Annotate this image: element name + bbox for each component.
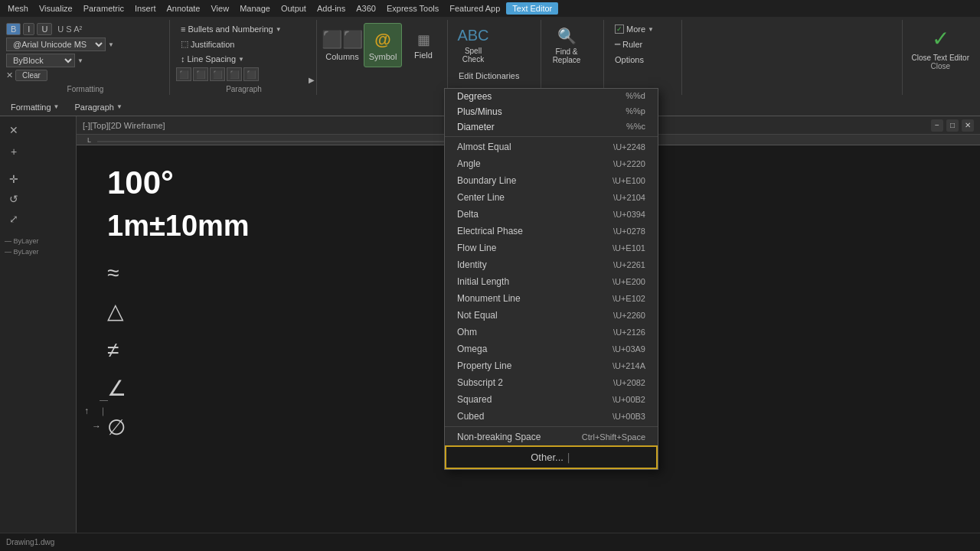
scale-icon[interactable]: ⤢ xyxy=(5,210,23,228)
ribbon-spacer xyxy=(684,20,900,95)
menu-manage[interactable]: Manage xyxy=(235,2,275,15)
omega-item[interactable]: Omega \U+03A9 xyxy=(445,341,658,357)
delta-name: Delta xyxy=(457,209,479,220)
columns-button[interactable]: ⬛⬛ Columns xyxy=(323,23,361,67)
font-color-select[interactable]: ByBlock xyxy=(6,54,75,67)
formatting-bottom-btn[interactable]: Formatting ▼ xyxy=(6,101,64,113)
menu-mesh[interactable]: Mesh xyxy=(3,2,33,15)
bullets-numbering-button[interactable]: ≡ Bullets and Numbering ▼ xyxy=(176,23,312,35)
align-justify-button[interactable]: ⬛ xyxy=(227,67,242,81)
align-distribute-button[interactable]: ⬛ xyxy=(243,67,259,81)
close-left-icon[interactable]: ✕ xyxy=(5,121,23,139)
subscript2-item[interactable]: Subscript 2 \U+2082 xyxy=(445,374,658,391)
initial-length-item[interactable]: Initial Length \U+E200 xyxy=(445,273,658,290)
text-editor-tab-btn[interactable]: Text Editor xyxy=(506,2,558,15)
delta-item[interactable]: Delta \U+0394 xyxy=(445,206,658,223)
menu-annotate[interactable]: Annotate xyxy=(162,2,204,15)
find-replace-button[interactable]: 🔍 Find & Replace xyxy=(547,23,586,67)
not-equal-item[interactable]: Not Equal \U+2260 xyxy=(445,307,658,324)
menu-bar: Mesh Visualize Parametric Insert Annotat… xyxy=(0,0,980,17)
field-button[interactable]: ▦ Field xyxy=(404,23,443,67)
symbol-button[interactable]: @ Symbol xyxy=(364,23,402,67)
symbol-label: Symbol xyxy=(369,52,397,61)
menu-featured-app[interactable]: Featured App xyxy=(445,2,505,15)
bullets-icon: ≡ xyxy=(181,24,185,34)
clear-button[interactable]: Clear xyxy=(15,70,47,81)
add-tab-icon[interactable]: + xyxy=(5,142,23,161)
line-spacing-button[interactable]: ↕ Line Spacing ▼ xyxy=(176,53,312,65)
bold-button[interactable]: B xyxy=(6,23,21,35)
spell-icon-row: ABC Spell Check xyxy=(454,23,536,67)
identity-item[interactable]: Identity \U+2261 xyxy=(445,256,658,273)
left-panel: ✕ + ✛ ↺ ⤢ — ByLayer — ByLayer unicode MS… xyxy=(0,116,77,545)
nonbreaking-code: Ctrl+Shift+Space xyxy=(582,432,645,442)
electrical-phase-item[interactable]: Electrical Phase \U+0278 xyxy=(445,223,658,240)
italic-button[interactable]: I xyxy=(23,23,34,35)
center-line-item[interactable]: Center Line \U+2104 xyxy=(445,189,658,206)
align-left-button[interactable]: ⬛ xyxy=(176,67,191,81)
justification-button[interactable]: ⬚ Justification xyxy=(176,37,312,51)
other-button[interactable]: Other... │ xyxy=(445,445,658,469)
format-row-1: B I U U S A² xyxy=(6,23,165,35)
paragraph-expand[interactable]: ▶ xyxy=(309,76,315,84)
y-axis: — xyxy=(100,407,109,416)
spacing-arrow: ▼ xyxy=(238,56,244,63)
status-bar: Drawing1.dwg xyxy=(0,533,980,551)
paragraph-bottom-btn[interactable]: Paragraph ▼ xyxy=(70,101,127,113)
menu-visualize[interactable]: Visualize xyxy=(34,2,77,15)
ohm-item[interactable]: Ohm \U+2126 xyxy=(445,324,658,341)
more-button[interactable]: ✓ More ▼ xyxy=(610,23,677,35)
diameter-name: Diameter xyxy=(457,122,495,132)
ribbon: B I U U S A² @Arial Unicode MS ▼ ByBlock… xyxy=(0,17,980,98)
menu-a360[interactable]: A360 xyxy=(351,2,381,15)
menu-express-tools[interactable]: Express Tools xyxy=(382,2,443,15)
canvas-close-btn[interactable]: ✕ xyxy=(962,119,974,132)
plusminus-code: %%p xyxy=(626,106,645,117)
plusminus-item[interactable]: Plus/Minus %%p xyxy=(445,104,658,119)
menu-parametric[interactable]: Parametric xyxy=(79,2,129,15)
formatting-content: B I U U S A² @Arial Unicode MS ▼ ByBlock… xyxy=(6,23,165,83)
move-icon[interactable]: ✛ xyxy=(5,170,23,188)
close-checkmark-icon: ✓ xyxy=(932,26,949,51)
clear-label: ✕ xyxy=(6,70,13,80)
delta-code: \U+0394 xyxy=(613,210,645,219)
nonbreaking-space-item[interactable]: Non-breaking Space Ctrl+Shift+Space xyxy=(445,429,658,445)
rotate-icon[interactable]: ↺ xyxy=(5,190,23,208)
boundary-line-item[interactable]: Boundary Line \U+E100 xyxy=(445,172,658,189)
menu-separator-1 xyxy=(445,136,658,137)
property-line-item[interactable]: Property Line \U+214A xyxy=(445,357,658,374)
align-right-button[interactable]: ⬛ xyxy=(210,67,225,81)
cubed-item[interactable]: Cubed \U+00B3 xyxy=(445,408,658,425)
menu-addins[interactable]: Add-ins xyxy=(312,2,350,15)
menu-insert[interactable]: Insert xyxy=(130,2,161,15)
canvas-minimize-btn[interactable]: − xyxy=(931,119,943,132)
symbol-icon: @ xyxy=(374,30,390,50)
almost-equal-item[interactable]: Almost Equal \U+2248 xyxy=(445,139,658,155)
align-center-button[interactable]: ⬛ xyxy=(193,67,208,81)
not-equal-name: Not Equal xyxy=(457,310,498,321)
spell-content: ABC Spell Check Edit Dictionaries xyxy=(454,23,536,83)
more-checkbox: ✓ xyxy=(615,24,624,34)
spell-check-button[interactable]: ABC Spell Check xyxy=(454,23,492,67)
close-editor-group[interactable]: ✓ Close Text Editor Close xyxy=(902,20,978,95)
menu-view[interactable]: View xyxy=(206,2,234,15)
font-select[interactable]: @Arial Unicode MS xyxy=(6,37,106,51)
angle-item[interactable]: Angle \U+2220 xyxy=(445,155,658,172)
paragraph-bottom-label: Paragraph xyxy=(75,103,114,112)
nonbreaking-name: Non-breaking Space xyxy=(457,432,541,442)
options-btn[interactable]: Options xyxy=(610,54,677,66)
monument-line-item[interactable]: Monument Line \U+E102 xyxy=(445,290,658,307)
canvas-maximize-btn[interactable]: □ xyxy=(946,119,959,132)
menu-output[interactable]: Output xyxy=(276,2,311,15)
degrees-item[interactable]: Degrees %%d xyxy=(445,89,658,104)
ohm-code: \U+2126 xyxy=(613,328,645,337)
line-spacing-icon: ↕ xyxy=(181,54,185,64)
flow-line-item[interactable]: Flow Line \U+E101 xyxy=(445,240,658,256)
not-equal-code: \U+2260 xyxy=(613,311,645,320)
edit-dict-button[interactable]: Edit Dictionaries xyxy=(454,70,536,82)
ruler-button[interactable]: ━ Ruler xyxy=(610,37,677,51)
squared-item[interactable]: Squared \U+00B2 xyxy=(445,391,658,408)
diameter-item[interactable]: Diameter %%c xyxy=(445,119,658,135)
underline-button[interactable]: U xyxy=(37,23,52,35)
spell-group: ABC Spell Check Edit Dictionaries xyxy=(449,20,541,95)
